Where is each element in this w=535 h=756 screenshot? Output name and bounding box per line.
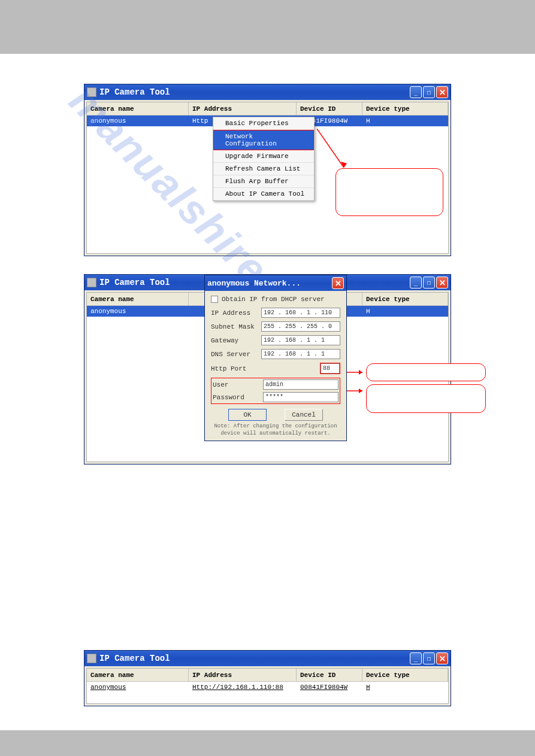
- ip-camera-tool-window-3: IP Camera Tool _ □ ✕ Camera name IP Addr…: [84, 650, 451, 706]
- dns-field[interactable]: 192 . 168 . 1 . 1: [261, 349, 340, 359]
- col-camera-name[interactable]: Camera name: [87, 102, 189, 115]
- minimize-button[interactable]: _: [410, 86, 422, 98]
- window-icon: [87, 87, 96, 97]
- label-subnet: Subnet Mask: [211, 323, 261, 330]
- callout-box-auth: [366, 384, 486, 413]
- dialog-close-button[interactable]: ✕: [332, 277, 344, 289]
- cell-device-type: H: [362, 117, 448, 125]
- ip-camera-tool-window-1: IP Camera Tool _ □ ✕ Camera name IP Addr…: [84, 84, 451, 256]
- dialog-title: anonymous Network...: [207, 279, 332, 288]
- arrow-icon: [317, 129, 353, 177]
- col-device-id[interactable]: Device ID: [297, 669, 362, 681]
- checkbox-icon[interactable]: [211, 296, 218, 303]
- window-title: IP Camera Tool: [99, 87, 410, 97]
- ctx-basic-properties[interactable]: Basic Properties: [213, 117, 314, 130]
- label-port: Http Port: [211, 365, 261, 372]
- ip-field[interactable]: 192 . 168 . 1 . 110: [261, 308, 340, 318]
- col-ip-address[interactable]: IP Address: [189, 102, 297, 115]
- window-icon: [87, 278, 96, 287]
- titlebar[interactable]: IP Camera Tool _ □ ✕: [84, 84, 451, 100]
- user-field[interactable]: admin: [263, 379, 338, 390]
- port-field[interactable]: 88: [321, 363, 340, 374]
- svg-line-0: [317, 129, 344, 168]
- network-config-dialog: anonymous Network... ✕ Obtain IP from DH…: [204, 275, 347, 441]
- minimize-button[interactable]: _: [410, 652, 422, 664]
- svg-marker-3: [359, 370, 362, 375]
- pass-field[interactable]: *****: [263, 392, 338, 402]
- label-user: User: [213, 381, 263, 388]
- col-ip-address[interactable]: IP Address: [189, 669, 297, 681]
- ctx-upgrade-firmware[interactable]: Upgrade Firmware: [213, 150, 314, 163]
- ctx-refresh-camera-list[interactable]: Refresh Camera List: [213, 163, 314, 175]
- subnet-field[interactable]: 255 . 255 . 255 . 0: [261, 321, 340, 332]
- dhcp-checkbox-row[interactable]: Obtain IP from DHCP server: [211, 296, 340, 303]
- spacer: [84, 482, 451, 650]
- page-footer-band: [0, 730, 535, 756]
- cell-ip: Http://192.168.1.110:88: [189, 684, 297, 691]
- maximize-button[interactable]: □: [423, 652, 435, 664]
- close-button[interactable]: ✕: [436, 86, 448, 98]
- camera-row[interactable]: anonymous Http://192.168.1.110:88 00841F…: [87, 682, 448, 693]
- cell-device-id: 00841FI9804W: [297, 684, 362, 691]
- arrow-icon: [344, 387, 368, 394]
- ctx-network-configuration[interactable]: Network Configuration: [213, 130, 314, 150]
- col-device-id[interactable]: Device ID: [297, 102, 362, 115]
- label-pass: Password: [213, 394, 263, 401]
- label-dns: DNS Server: [211, 351, 261, 358]
- label-gateway: Gateway: [211, 337, 261, 344]
- col-device-type[interactable]: Device type: [362, 102, 448, 115]
- dhcp-label: Obtain IP from DHCP server: [222, 296, 325, 303]
- cell-camera-name: anonymous: [87, 308, 189, 315]
- titlebar[interactable]: IP Camera Tool _ □ ✕: [84, 651, 451, 666]
- column-headers: Camera name IP Address Device ID Device …: [87, 669, 448, 682]
- dialog-titlebar[interactable]: anonymous Network... ✕: [205, 275, 346, 291]
- svg-marker-5: [359, 388, 362, 393]
- ip-camera-tool-window-2: IP Camera Tool _ □ ✕ Camera name ice ID …: [84, 274, 451, 464]
- col-camera-name[interactable]: Camera name: [87, 293, 189, 305]
- cell-camera-name: anonymous: [87, 117, 189, 125]
- cell-device-type: H: [362, 308, 448, 315]
- col-camera-name[interactable]: Camera name: [87, 669, 189, 681]
- arrow-icon: [344, 369, 368, 376]
- close-button[interactable]: ✕: [436, 652, 448, 664]
- gateway-field[interactable]: 192 . 168 . 1 . 1: [261, 335, 340, 345]
- close-button[interactable]: ✕: [436, 277, 448, 289]
- dialog-note: Note: After changing the configuration d…: [211, 423, 340, 437]
- column-headers: Camera name IP Address Device ID Device …: [87, 102, 448, 116]
- minimize-button[interactable]: _: [410, 277, 422, 289]
- maximize-button[interactable]: □: [423, 277, 435, 289]
- ok-button[interactable]: OK: [228, 409, 267, 421]
- cell-camera-name: anonymous: [87, 684, 189, 691]
- label-ip: IP Address: [211, 309, 261, 317]
- ctx-about[interactable]: About IP Camera Tool: [213, 188, 314, 201]
- page-header-band: [0, 0, 535, 54]
- window-icon: [87, 654, 96, 663]
- cell-device-type: H: [362, 684, 448, 691]
- window-title: IP Camera Tool: [99, 654, 410, 663]
- context-menu: Basic Properties Network Configuration U…: [213, 117, 315, 201]
- maximize-button[interactable]: □: [423, 86, 435, 98]
- col-device-type[interactable]: Device type: [362, 669, 448, 681]
- callout-box-port: [366, 363, 486, 381]
- ctx-flush-arp-buffer[interactable]: Flush Arp Buffer: [213, 175, 314, 188]
- cancel-button[interactable]: Cancel: [285, 409, 323, 421]
- col-device-type[interactable]: Device type: [362, 293, 448, 305]
